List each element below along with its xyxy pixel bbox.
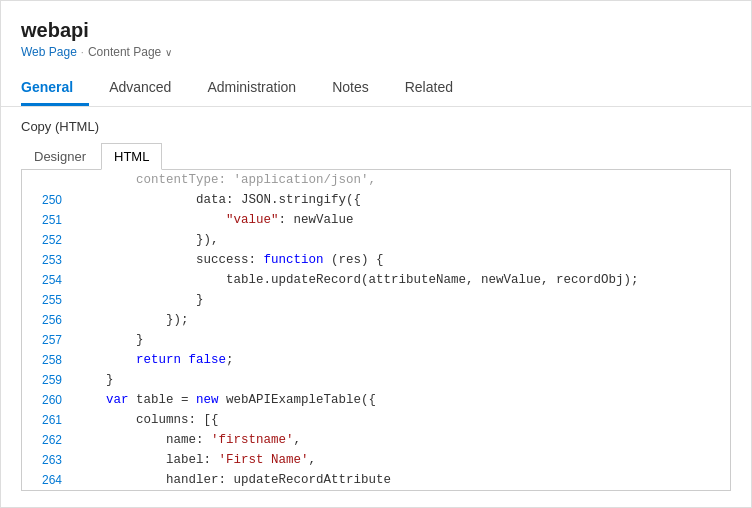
code-line-251: 251 "value": newValue	[22, 210, 730, 230]
tab-administration[interactable]: Administration	[191, 71, 312, 106]
line-content-252: }),	[72, 230, 730, 250]
code-line-254: 254 table.updateRecord(attributeName, ne…	[22, 270, 730, 290]
editor-tabs: Designer HTML	[21, 142, 731, 170]
code-line-258: 258 return false;	[22, 350, 730, 370]
content-area: Copy (HTML) Designer HTML contentType: '…	[1, 107, 751, 503]
tab-related[interactable]: Related	[389, 71, 469, 106]
code-line-256: 256 });	[22, 310, 730, 330]
code-line-263: 263 label: 'First Name',	[22, 450, 730, 470]
code-line-264: 264 handler: updateRecordAttribute	[22, 470, 730, 490]
line-content-250: data: JSON.stringify({	[72, 190, 730, 210]
tab-notes[interactable]: Notes	[316, 71, 385, 106]
breadcrumb-dropdown-icon[interactable]: ∨	[165, 47, 172, 58]
line-content-254: table.updateRecord(attributeName, newVal…	[72, 270, 730, 290]
line-content-259: }	[72, 370, 730, 390]
tab-general[interactable]: General	[21, 71, 89, 106]
code-line-261: 261 columns: [{	[22, 410, 730, 430]
code-line-253: 253 success: function (res) {	[22, 250, 730, 270]
app-container: webapi Web Page · Content Page ∨ General…	[0, 0, 752, 508]
header: webapi Web Page · Content Page ∨ General…	[1, 1, 751, 107]
line-content-255: }	[72, 290, 730, 310]
line-content-261: columns: [{	[72, 410, 730, 430]
line-number-263: 263	[22, 450, 72, 470]
code-line-257: 257 }	[22, 330, 730, 350]
line-content-258: return false;	[72, 350, 730, 370]
line-content-257: }	[72, 330, 730, 350]
line-content-263: label: 'First Name',	[72, 450, 730, 470]
line-content-251: "value": newValue	[72, 210, 730, 230]
line-content-253: success: function (res) {	[72, 250, 730, 270]
code-editor[interactable]: contentType: 'application/json', 250 dat…	[21, 170, 731, 491]
code-line-252: 252 }),	[22, 230, 730, 250]
line-number-256: 256	[22, 310, 72, 330]
editor-tab-html[interactable]: HTML	[101, 143, 162, 170]
line-content: contentType: 'application/json',	[72, 170, 730, 190]
breadcrumb: Web Page · Content Page ∨	[21, 45, 731, 59]
nav-tabs: General Advanced Administration Notes Re…	[21, 71, 731, 106]
code-line-250: 250 data: JSON.stringify({	[22, 190, 730, 210]
line-number-250: 250	[22, 190, 72, 210]
line-number-255: 255	[22, 290, 72, 310]
line-number-264: 264	[22, 470, 72, 490]
line-number-252: 252	[22, 230, 72, 250]
line-number-261: 261	[22, 410, 72, 430]
breadcrumb-part1[interactable]: Web Page	[21, 45, 77, 59]
line-content-262: name: 'firstname',	[72, 430, 730, 450]
line-number-260: 260	[22, 390, 72, 410]
code-line-255: 255 }	[22, 290, 730, 310]
line-content-256: });	[72, 310, 730, 330]
page-title: webapi	[21, 17, 731, 43]
section-title: Copy (HTML)	[21, 119, 731, 134]
line-number-254: 254	[22, 270, 72, 290]
tab-advanced[interactable]: Advanced	[93, 71, 187, 106]
code-line-top: contentType: 'application/json',	[22, 170, 730, 190]
line-number-259: 259	[22, 370, 72, 390]
code-line-259: 259 }	[22, 370, 730, 390]
line-content-260: var table = new webAPIExampleTable({	[72, 390, 730, 410]
line-number-251: 251	[22, 210, 72, 230]
line-number-253: 253	[22, 250, 72, 270]
code-line-260: 260 var table = new webAPIExampleTable({	[22, 390, 730, 410]
editor-tab-designer[interactable]: Designer	[21, 143, 99, 170]
breadcrumb-part2: Content Page	[88, 45, 161, 59]
breadcrumb-separator: ·	[81, 46, 84, 58]
code-line-262: 262 name: 'firstname',	[22, 430, 730, 450]
line-content-264: handler: updateRecordAttribute	[72, 470, 730, 490]
line-number-257: 257	[22, 330, 72, 350]
line-number-262: 262	[22, 430, 72, 450]
line-number-258: 258	[22, 350, 72, 370]
